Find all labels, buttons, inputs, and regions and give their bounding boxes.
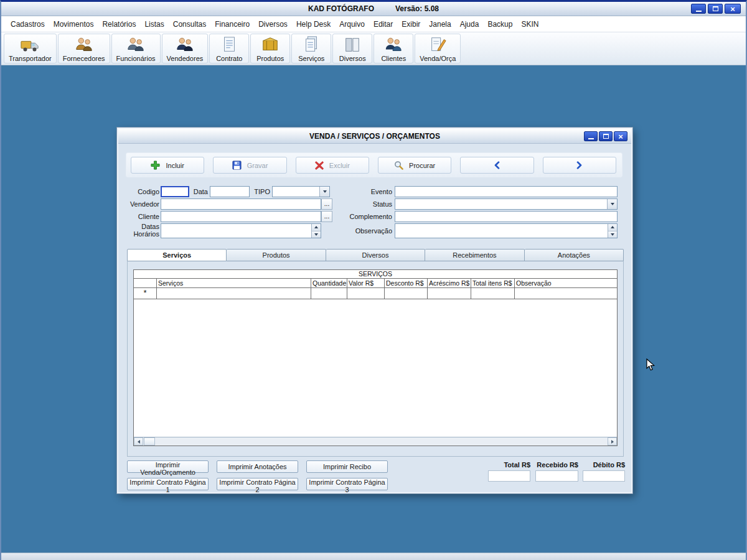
dialog-title: VENDA / SERVIÇOS / ORÇAMENTOS: [309, 132, 440, 141]
menu-editar[interactable]: Editar: [369, 17, 397, 31]
mdi-desktop: VENDA / SERVIÇOS / ORÇAMENTOS × Incluir …: [1, 65, 746, 553]
tab-diversos[interactable]: Diversos: [326, 249, 425, 261]
toolbar-button-contrato[interactable]: Contrato: [209, 34, 249, 63]
grid-cell[interactable]: [347, 288, 385, 299]
grid-cell[interactable]: [157, 288, 311, 299]
vendedor-input[interactable]: [161, 198, 321, 210]
tab-servicos[interactable]: Serviços: [127, 249, 227, 261]
imprimir-venda-orcamento-button[interactable]: Imprimir Venda/Orçamento: [127, 460, 209, 473]
grid-cell[interactable]: [311, 288, 347, 299]
chevron-left-icon: [138, 440, 140, 444]
menu-listas[interactable]: Listas: [140, 17, 168, 31]
tipo-select[interactable]: [272, 186, 330, 197]
scroll-right-button[interactable]: [608, 437, 617, 446]
toolbar-button-servicos[interactable]: Serviços: [291, 34, 331, 63]
evento-input[interactable]: [395, 186, 618, 197]
recebido-input[interactable]: [535, 470, 578, 482]
observacao-input[interactable]: [395, 223, 618, 238]
grid-cell[interactable]: [385, 288, 428, 299]
menu-financeiro[interactable]: Financeiro: [210, 17, 254, 31]
complemento-input[interactable]: [395, 211, 618, 222]
app-titlebar[interactable]: KAD FOTÓGRAFO Versão: 5.08 ×: [1, 2, 746, 16]
debito-input[interactable]: [583, 470, 625, 482]
menu-cadastros[interactable]: Cadastros: [6, 17, 49, 31]
menu-diversos[interactable]: Diversos: [254, 17, 292, 31]
menu-bar: Cadastros Movimentos Relatórios Listas C…: [1, 16, 746, 32]
toolbar-button-clientes[interactable]: Clientes: [374, 34, 413, 63]
tab-produtos[interactable]: Produtos: [227, 249, 326, 261]
dialog-close-button[interactable]: ×: [614, 131, 627, 141]
procurar-button[interactable]: Procurar: [378, 157, 451, 174]
menu-consultas[interactable]: Consultas: [169, 17, 210, 31]
toolbar-button-produtos[interactable]: Produtos: [250, 34, 290, 63]
procurar-label: Procurar: [409, 162, 435, 169]
grid-cell[interactable]: [515, 288, 617, 299]
tipo-label: TIPO: [250, 188, 270, 195]
imprimir-anotacoes-button[interactable]: Imprimir Anotações: [217, 460, 298, 473]
menu-skin[interactable]: SKIN: [517, 17, 543, 31]
excluir-button[interactable]: Excluir: [296, 157, 369, 174]
dialog-titlebar[interactable]: VENDA / SERVIÇOS / ORÇAMENTOS ×: [118, 129, 631, 144]
status-select[interactable]: [395, 198, 618, 210]
imprimir-contrato-pagina1-button[interactable]: Imprimir Contrato Página 1: [127, 478, 209, 490]
menu-movimentos[interactable]: Movimentos: [49, 17, 98, 31]
grid-col-servicos: Serviços: [157, 279, 311, 287]
maximize-icon: [603, 134, 609, 139]
cliente-input[interactable]: [161, 211, 321, 222]
datas-horarios-input[interactable]: [161, 223, 321, 238]
toolbar-button-diversos[interactable]: Diversos: [332, 34, 372, 63]
menu-relatorios[interactable]: Relatórios: [98, 17, 140, 31]
spinner-down-button[interactable]: [312, 231, 321, 238]
grid-cell[interactable]: [471, 288, 515, 299]
chevron-right-icon: [575, 161, 583, 169]
scrollbar-thumb[interactable]: [144, 437, 155, 446]
dialog-minimize-button[interactable]: [584, 131, 598, 141]
menu-helpdesk[interactable]: Help Desk: [292, 17, 335, 31]
main-toolbar: Transportador Fornecedores Funcionários …: [1, 32, 746, 65]
spinner-up-button[interactable]: [312, 224, 321, 231]
incluir-button[interactable]: Incluir: [131, 157, 204, 174]
status-dropdown-button[interactable]: [607, 199, 617, 209]
menu-exibir[interactable]: Exibir: [397, 17, 425, 31]
chevron-down-icon: [611, 203, 614, 205]
scroll-left-button[interactable]: [134, 437, 143, 446]
observacao-value: [395, 224, 608, 238]
next-record-button[interactable]: [543, 157, 616, 174]
app-minimize-button[interactable]: [691, 4, 706, 14]
spinner-down-button[interactable]: [608, 231, 617, 238]
app-maximize-button[interactable]: [708, 4, 723, 14]
previous-record-button[interactable]: [460, 157, 533, 174]
truck-icon: [21, 35, 39, 55]
grid-new-row[interactable]: *: [134, 288, 617, 299]
toolbar-button-transportador[interactable]: Transportador: [4, 34, 57, 63]
dialog-maximize-button[interactable]: [599, 131, 613, 141]
menu-arquivo[interactable]: Arquivo: [335, 17, 369, 31]
scrollbar-track[interactable]: [155, 437, 608, 446]
tab-recebimentos[interactable]: Recebimentos: [425, 249, 524, 261]
total-input[interactable]: [488, 470, 530, 482]
imprimir-contrato-pagina2-button[interactable]: Imprimir Contrato Página 2: [217, 478, 298, 490]
horizontal-scrollbar[interactable]: [134, 437, 617, 446]
toolbar-label: Vendedores: [167, 55, 204, 62]
imprimir-recibo-button[interactable]: Imprimir Recibo: [306, 460, 388, 473]
grid-cell[interactable]: [428, 288, 471, 299]
data-label: Data: [188, 188, 208, 195]
data-input[interactable]: [210, 186, 250, 197]
maximize-icon: [713, 6, 718, 11]
app-close-button[interactable]: ×: [725, 4, 741, 14]
toolbar-button-funcionarios[interactable]: Funcionários: [111, 34, 161, 63]
tab-anotacoes[interactable]: Anotações: [525, 249, 624, 261]
codigo-input[interactable]: [161, 186, 189, 197]
toolbar-button-vendedores[interactable]: Vendedores: [162, 34, 209, 63]
menu-janela[interactable]: Janela: [425, 17, 455, 31]
toolbar-button-fornecedores[interactable]: Fornecedores: [58, 34, 110, 63]
spinner-up-button[interactable]: [608, 224, 617, 231]
menu-ajuda[interactable]: Ajuda: [456, 17, 484, 31]
grid-header-row: Serviços Quantidade Valor R$ Desconto R$…: [134, 279, 617, 288]
gravar-button[interactable]: Gravar: [213, 157, 286, 174]
grid-col-valor: Valor R$: [347, 279, 385, 287]
menu-backup[interactable]: Backup: [483, 17, 517, 31]
imprimir-contrato-pagina3-button[interactable]: Imprimir Contrato Página 3: [306, 478, 388, 490]
chevron-down-icon: [314, 233, 318, 236]
toolbar-button-venda-orca[interactable]: Venda/Orça: [415, 34, 461, 63]
